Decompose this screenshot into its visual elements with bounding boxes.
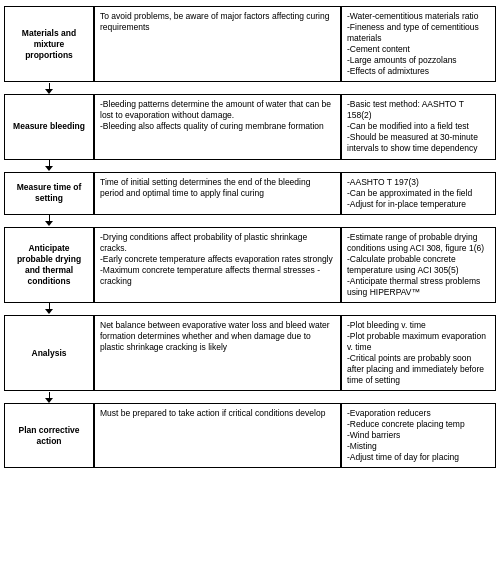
- cell-right-5: -Evaporation reducers-Reduce concrete pl…: [341, 403, 496, 468]
- row-0: Materials and mixture proportionsTo avoi…: [4, 6, 496, 82]
- cell-left-1: Measure bleeding: [4, 94, 94, 159]
- cell-right-3: -Estimate range of probable drying condi…: [341, 227, 496, 303]
- arrow-down-icon-3: [45, 303, 53, 314]
- cell-right-4: -Plot bleeding v. time-Plot probable max…: [341, 315, 496, 391]
- row-3: Anticipate probable drying and thermal c…: [4, 227, 496, 303]
- arrow-left-4: [4, 392, 94, 403]
- arrow-row-3: [4, 303, 496, 315]
- cell-left-3: Anticipate probable drying and thermal c…: [4, 227, 94, 303]
- cell-left-0: Materials and mixture proportions: [4, 6, 94, 82]
- arrow-row-1: [4, 160, 496, 172]
- arrow-row-0: [4, 82, 496, 94]
- cell-mid-2: Time of initial setting determines the e…: [94, 172, 341, 215]
- flowchart: Materials and mixture proportionsTo avoi…: [0, 0, 500, 474]
- cell-left-2: Measure time of setting: [4, 172, 94, 215]
- cell-mid-1: -Bleeding patterns determine the amount …: [94, 94, 341, 159]
- row-2: Measure time of settingTime of initial s…: [4, 172, 496, 215]
- arrow-down-icon-2: [45, 215, 53, 226]
- arrow-down-icon-0: [45, 83, 53, 94]
- arrow-left-1: [4, 160, 94, 171]
- cell-right-2: -AASHTO T 197(3)-Can be approximated in …: [341, 172, 496, 215]
- cell-left-5: Plan corrective action: [4, 403, 94, 468]
- row-5: Plan corrective actionMust be prepared t…: [4, 403, 496, 468]
- cell-right-0: -Water-cementitious materials ratio-Fine…: [341, 6, 496, 82]
- row-4: AnalysisNet balance between evaporative …: [4, 315, 496, 391]
- cell-left-4: Analysis: [4, 315, 94, 391]
- arrow-left-2: [4, 215, 94, 226]
- arrow-down-icon-4: [45, 392, 53, 403]
- cell-mid-0: To avoid problems, be aware of major fac…: [94, 6, 341, 82]
- cell-mid-5: Must be prepared to take action if criti…: [94, 403, 341, 468]
- cell-mid-4: Net balance between evaporative water lo…: [94, 315, 341, 391]
- arrow-left-3: [4, 303, 94, 314]
- arrow-row-4: [4, 391, 496, 403]
- cell-mid-3: -Drying conditions affect probability of…: [94, 227, 341, 303]
- cell-right-1: -Basic test method: AASHTO T 158(2)-Can …: [341, 94, 496, 159]
- arrow-left-0: [4, 83, 94, 94]
- row-1: Measure bleeding-Bleeding patterns deter…: [4, 94, 496, 159]
- arrow-down-icon-1: [45, 160, 53, 171]
- arrow-row-2: [4, 215, 496, 227]
